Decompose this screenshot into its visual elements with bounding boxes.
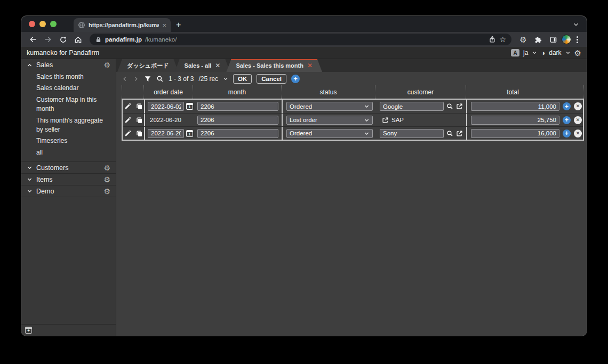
demo-settings-gear-icon[interactable]: ⚙ [103,188,110,195]
records-per-page[interactable]: /25 rec [198,75,218,83]
status-select[interactable]: Lost order [286,116,373,125]
tab-close-icon[interactable]: ✕ [307,62,313,69]
tab-close-icon[interactable]: ✕ [215,62,220,69]
copy-icon[interactable] [136,130,143,137]
calendar-icon[interactable]: 1 [186,103,193,110]
edit-pencil-icon[interactable] [124,117,131,124]
sidebar-item-sales-calendar[interactable]: Sales calendar [36,83,111,94]
delete-row-button[interactable]: ✕ [574,102,582,110]
side-panel-icon[interactable] [547,33,559,46]
record-range: 1 - 3 of 3 [169,75,194,83]
table-row: 2022-06-20 Lost order [123,113,583,126]
browser-tabstrip: https://pandafirm.jp/kumaneko × + [21,16,587,32]
share-icon[interactable] [489,36,496,43]
tab-search-chevron-icon[interactable] [573,21,579,28]
column-header-status: status [282,85,375,99]
delete-row-button[interactable]: ✕ [574,116,582,124]
sidebar-item-timeseries[interactable]: Timeseries [36,135,111,147]
status-select[interactable]: Ordered [286,129,373,138]
per-page-chevron-icon[interactable] [223,76,228,82]
order-date-input[interactable] [148,129,184,138]
total-input[interactable] [471,116,559,125]
customer-input[interactable] [380,102,444,111]
address-bar: pandafirm.jp /kumaneko/ ☆ ⚙ [21,32,587,47]
tab-sales-this-month[interactable]: Sales - Sales this month ✕ [226,59,322,72]
filter-icon[interactable] [144,75,151,83]
browser-tab[interactable]: https://pandafirm.jp/kumaneko × [74,18,171,32]
insert-row-button[interactable]: + [563,102,571,110]
copy-icon[interactable] [136,117,143,124]
sidebar-item-all[interactable]: all [36,147,111,158]
edit-pencil-icon[interactable] [124,103,131,110]
theme-chevron-icon[interactable] [565,50,571,55]
lookup-search-icon[interactable] [446,103,453,110]
items-settings-gear-icon[interactable]: ⚙ [103,176,110,183]
browser-menu-icon[interactable] [573,36,581,43]
theme-select[interactable]: dark [549,49,561,56]
order-date-input[interactable] [148,102,184,111]
sidebar-section-customers[interactable]: Customers ⚙ [21,161,116,173]
sidebar: Sales ⚙ Sales this month Sales calendar … [21,59,116,336]
month-input[interactable] [197,102,278,111]
add-record-button[interactable]: + [291,75,300,83]
open-record-external-link-icon[interactable] [456,103,463,110]
app-settings-gear-icon[interactable]: ⚙ [574,49,581,57]
insert-row-button[interactable]: + [563,130,571,137]
column-header-customer: customer [375,85,466,99]
calendar-icon[interactable]: 1 [186,130,193,137]
tab-close-icon[interactable]: × [162,22,166,29]
sales-settings-gear-icon[interactable]: ⚙ [103,61,110,69]
status-select[interactable]: Ordered [286,102,373,111]
month-input[interactable] [197,116,278,125]
sidebar-section-items[interactable]: Items ⚙ [21,173,116,185]
prev-page-icon[interactable] [122,76,128,82]
bookmark-star-icon[interactable]: ☆ [499,35,506,44]
table-header: order date month status customer total [122,85,584,99]
delete-row-button[interactable]: ✕ [574,130,582,137]
profile-avatar[interactable] [562,35,571,44]
tab-sales-all[interactable]: Sales - all ✕ [175,59,230,72]
minimize-window-button[interactable] [39,21,46,27]
open-record-external-link-icon[interactable] [456,130,463,137]
home-icon[interactable] [71,33,84,46]
next-page-icon[interactable] [133,76,139,82]
zoom-window-button[interactable] [50,21,57,27]
url-input[interactable]: pandafirm.jp /kumaneko/ ☆ [90,34,511,45]
back-icon[interactable] [27,33,39,46]
insert-row-button[interactable]: + [563,116,571,124]
month-input[interactable] [197,129,278,138]
extension-gear-icon[interactable]: ⚙ [517,33,530,46]
sidebar-item-sales-this-month[interactable]: Sales this month [36,71,111,83]
sidebar-section-sales[interactable]: Sales ⚙ [21,59,116,71]
total-input[interactable] [471,129,559,138]
extensions-puzzle-icon[interactable] [532,33,545,46]
total-input[interactable] [471,102,559,111]
record-table: 1 Ordered [122,99,584,141]
copy-icon[interactable] [136,103,143,110]
cancel-button[interactable]: Cancel [257,74,286,84]
customer-input[interactable] [380,129,444,138]
browser-window: https://pandafirm.jp/kumaneko × + pandaf… [21,16,587,336]
search-icon[interactable] [156,75,164,83]
language-select[interactable]: ja [523,49,528,56]
sidebar-item-customer-map[interactable]: Customer Map in this month [36,94,111,115]
forward-icon[interactable] [42,33,54,46]
lock-icon [95,36,102,43]
new-tab-button[interactable]: + [176,20,181,30]
favicon-globe-icon [78,21,85,29]
lookup-search-icon[interactable] [446,130,453,137]
sidebar-section-demo[interactable]: Demo ⚙ [21,185,116,197]
contrast-icon[interactable]: ◑ [541,50,545,56]
reload-icon[interactable] [57,33,69,46]
edit-pencil-icon[interactable] [124,130,131,137]
sidebar-item-aggregate-by-seller[interactable]: This month's aggregate by seller [36,115,111,136]
open-record-external-link-icon[interactable] [382,117,389,124]
add-table-icon[interactable]: + [25,327,32,334]
customers-settings-gear-icon[interactable]: ⚙ [103,164,110,172]
ok-button[interactable]: OK [233,74,252,84]
window-controls [21,16,64,32]
language-chevron-icon[interactable] [532,50,537,55]
close-window-button[interactable] [29,21,35,27]
tab-dashboard[interactable]: ダッシュボード [117,59,179,72]
translate-icon[interactable]: A [511,49,519,56]
